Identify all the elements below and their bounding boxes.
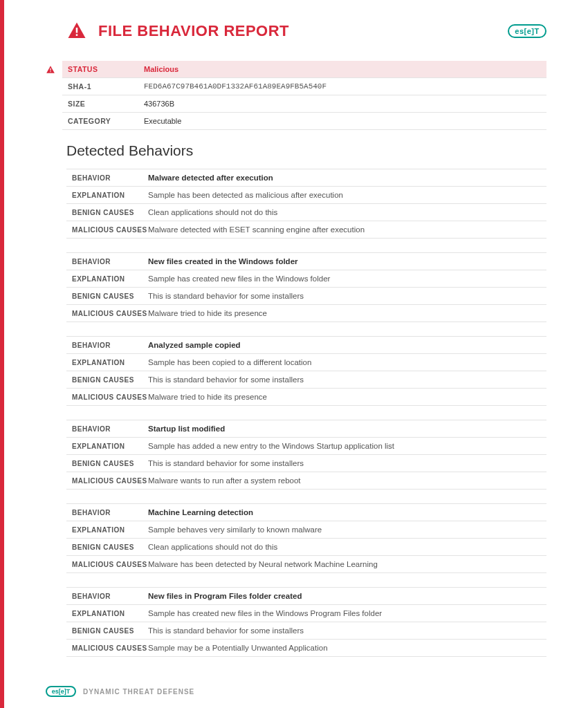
- table-row: BENIGN CAUSESClean applications should n…: [66, 539, 546, 556]
- table-row: MALICIOUS CAUSESMalware has been detecte…: [66, 556, 546, 573]
- table-row: BENIGN CAUSESThis is standard behavior f…: [66, 622, 546, 640]
- footer-text: DYNAMIC THREAT DEFENSE: [83, 688, 194, 696]
- behavior-malicious: Malware tried to hide its presence: [148, 393, 267, 401]
- sha1-row: SHA-1 FED6A67C97B461A0DF1332AF61A89EA9FB…: [62, 78, 546, 95]
- footer-eset-logo: es[e]T: [46, 686, 76, 697]
- behavior-explanation: Sample has created new files in the Wind…: [148, 274, 330, 283]
- behavior-malicious: Malware has been detected by Neural netw…: [148, 560, 378, 568]
- svg-rect-2: [50, 68, 50, 71]
- row-label: BENIGN CAUSES: [72, 376, 148, 384]
- behavior-benign: Clean applications should not do this: [148, 208, 277, 216]
- row-label: BEHAVIOR: [72, 509, 148, 516]
- row-label: EXPLANATION: [72, 275, 148, 283]
- table-row: MALICIOUS CAUSESMalware detected with ES…: [66, 221, 546, 239]
- summary-section: STATUS Malicious SHA-1 FED6A67C97B461A0D…: [46, 61, 546, 130]
- header-left: FILE BEHAVIOR REPORT: [66, 21, 289, 41]
- table-row: BEHAVIORNew files in Program Files folde…: [66, 588, 546, 605]
- table-row: BEHAVIORMalware detected after execution: [66, 169, 546, 187]
- size-row: SIZE 436736B: [62, 95, 546, 113]
- section-title: Detected Behaviors: [66, 142, 546, 159]
- behavior-benign: This is standard behavior for some insta…: [148, 375, 304, 384]
- row-label: BENIGN CAUSES: [72, 292, 148, 300]
- page-title: FILE BEHAVIOR REPORT: [98, 22, 289, 40]
- row-label: MALICIOUS CAUSES: [72, 561, 148, 568]
- row-label: MALICIOUS CAUSES: [72, 393, 148, 401]
- behavior-title: Analyzed sample copied: [148, 341, 241, 349]
- status-row: STATUS Malicious: [62, 61, 546, 78]
- svg-rect-1: [76, 34, 78, 36]
- behaviors-container: BEHAVIORMalware detected after execution…: [46, 169, 546, 657]
- table-row: MALICIOUS CAUSESMalware tried to hide it…: [66, 389, 546, 406]
- table-row: BENIGN CAUSESThis is standard behavior f…: [66, 288, 546, 305]
- table-row: EXPLANATIONSample has been detected as m…: [66, 187, 546, 204]
- row-label: EXPLANATION: [72, 359, 148, 366]
- behavior-malicious: Malware detected with ESET scanning engi…: [148, 225, 365, 234]
- behavior-block: BEHAVIORMalware detected after execution…: [66, 169, 546, 239]
- behavior-benign: Clean applications should not do this: [148, 543, 277, 551]
- behavior-malicious: Malware wants to run after a system rebo…: [148, 476, 301, 485]
- row-label: BENIGN CAUSES: [72, 627, 148, 635]
- category-label: CATEGORY: [62, 113, 138, 130]
- size-label: SIZE: [62, 95, 138, 113]
- row-label: EXPLANATION: [72, 610, 148, 617]
- row-label: BENIGN CAUSES: [72, 460, 148, 467]
- behavior-explanation: Sample has created new files in the Wind…: [148, 609, 382, 617]
- behavior-explanation: Sample behaves very similarly to known m…: [148, 525, 322, 534]
- table-row: MALICIOUS CAUSESSample may be a Potentia…: [66, 640, 546, 657]
- eset-logo: es[e]T: [508, 24, 546, 38]
- svg-rect-3: [50, 71, 50, 72]
- behavior-explanation: Sample has been detected as malicious af…: [148, 191, 343, 199]
- row-label: BEHAVIOR: [72, 174, 148, 182]
- row-label: BEHAVIOR: [72, 425, 148, 433]
- behavior-title: Startup list modified: [148, 425, 225, 433]
- table-row: EXPLANATIONSample has created new files …: [66, 270, 546, 288]
- behavior-block: BEHAVIORNew files created in the Windows…: [66, 252, 546, 322]
- table-row: EXPLANATIONSample has added a new entry …: [66, 438, 546, 455]
- table-row: BENIGN CAUSESClean applications should n…: [66, 204, 546, 221]
- sha1-value: FED6A67C97B461A0DF1332AF61A89EA9FB5A540F: [138, 78, 546, 95]
- behavior-explanation: Sample has been copied to a different lo…: [148, 358, 311, 366]
- table-row: BEHAVIORMachine Learning detection: [66, 504, 546, 521]
- table-row: EXPLANATIONSample behaves very similarly…: [66, 521, 546, 539]
- category-value: Executable: [138, 113, 546, 130]
- behavior-malicious: Sample may be a Potentially Unwanted App…: [148, 644, 328, 652]
- status-value: Malicious: [138, 61, 546, 78]
- summary-table: STATUS Malicious SHA-1 FED6A67C97B461A0D…: [62, 61, 546, 130]
- row-label: BEHAVIOR: [72, 258, 148, 266]
- row-label: BENIGN CAUSES: [72, 209, 148, 216]
- row-label: BEHAVIOR: [72, 593, 148, 600]
- row-label: MALICIOUS CAUSES: [72, 310, 148, 317]
- row-label: MALICIOUS CAUSES: [72, 226, 148, 234]
- table-row: BEHAVIORStartup list modified: [66, 420, 546, 438]
- row-label: BENIGN CAUSES: [72, 543, 148, 551]
- behavior-block: BEHAVIORNew files in Program Files folde…: [66, 587, 546, 657]
- size-value: 436736B: [138, 95, 546, 113]
- row-label: BEHAVIOR: [72, 342, 148, 349]
- row-label: MALICIOUS CAUSES: [72, 477, 148, 485]
- table-row: BEHAVIORNew files created in the Windows…: [66, 253, 546, 270]
- behavior-title: Malware detected after execution: [148, 174, 273, 182]
- svg-rect-0: [76, 28, 78, 33]
- behavior-benign: This is standard behavior for some insta…: [148, 626, 304, 635]
- alert-triangle-icon: [66, 21, 87, 41]
- behavior-explanation: Sample has added a new entry to the Wind…: [148, 442, 394, 450]
- report-header: FILE BEHAVIOR REPORT es[e]T: [46, 21, 546, 41]
- sha1-label: SHA-1: [62, 78, 138, 95]
- row-label: EXPLANATION: [72, 526, 148, 534]
- behavior-benign: This is standard behavior for some insta…: [148, 292, 304, 300]
- table-row: BEHAVIORAnalyzed sample copied: [66, 337, 546, 354]
- report-page: FILE BEHAVIOR REPORT es[e]T STATUS Malic…: [0, 0, 588, 708]
- behavior-block: BEHAVIORMachine Learning detectionEXPLAN…: [66, 503, 546, 573]
- row-label: EXPLANATION: [72, 442, 148, 450]
- table-row: EXPLANATIONSample has been copied to a d…: [66, 354, 546, 371]
- category-row: CATEGORY Executable: [62, 113, 546, 130]
- table-row: EXPLANATIONSample has created new files …: [66, 605, 546, 622]
- row-label: MALICIOUS CAUSES: [72, 644, 148, 652]
- table-row: MALICIOUS CAUSESMalware wants to run aft…: [66, 472, 546, 490]
- behavior-title: New files in Program Files folder create…: [148, 592, 302, 600]
- table-row: BENIGN CAUSESThis is standard behavior f…: [66, 455, 546, 472]
- row-label: EXPLANATION: [72, 192, 148, 199]
- behavior-block: BEHAVIORStartup list modifiedEXPLANATION…: [66, 420, 546, 490]
- behavior-benign: This is standard behavior for some insta…: [148, 459, 304, 467]
- status-label: STATUS: [62, 61, 138, 78]
